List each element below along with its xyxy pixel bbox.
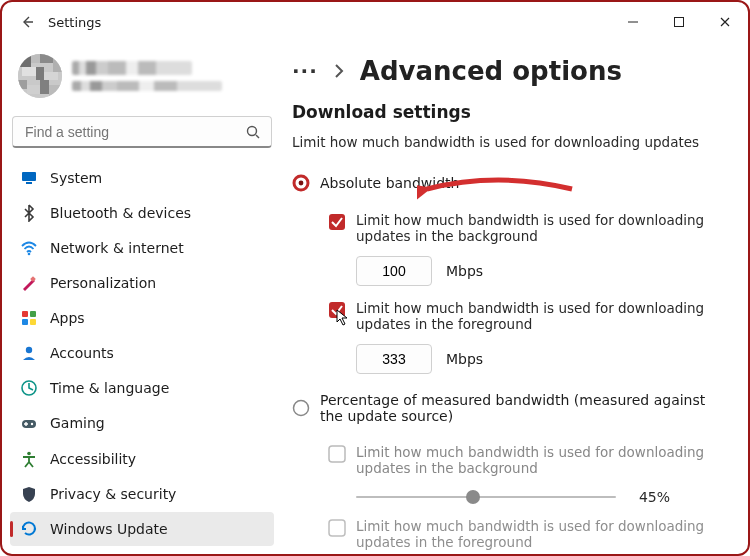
pct-fg-label: Limit how much bandwidth is used for dow… — [356, 518, 720, 550]
pct-check-fg: Limit how much bandwidth is used for dow… — [328, 518, 720, 550]
back-button[interactable] — [12, 7, 42, 37]
close-icon — [719, 16, 731, 28]
bg-value-row: Mbps — [356, 256, 720, 286]
svg-rect-19 — [30, 311, 36, 317]
gamepad-icon — [20, 414, 38, 432]
sidebar-item-label: Accessibility — [50, 451, 136, 467]
checkbox-checked-icon — [328, 301, 346, 319]
sidebar-item-apps[interactable]: Apps — [10, 301, 274, 335]
wifi-icon — [20, 239, 38, 257]
svg-rect-21 — [30, 319, 36, 325]
svg-point-16 — [28, 252, 31, 255]
bg-mbps-input[interactable] — [356, 256, 432, 286]
svg-rect-17 — [30, 276, 36, 282]
accessibility-icon — [20, 450, 38, 468]
sidebar-item-accounts[interactable]: Accounts — [10, 336, 274, 370]
svg-point-25 — [31, 423, 33, 425]
titlebar: Settings — [2, 2, 748, 42]
search-input[interactable] — [23, 123, 237, 141]
checkbox-unchecked-icon — [328, 519, 346, 537]
radio-percentage-bandwidth[interactable]: Percentage of measured bandwidth (measur… — [292, 392, 720, 424]
maximize-button[interactable] — [656, 2, 702, 42]
sidebar-item-system[interactable]: System — [10, 160, 274, 194]
svg-rect-3 — [31, 54, 40, 63]
clock-globe-icon — [20, 379, 38, 397]
search-box[interactable] — [12, 116, 272, 148]
svg-rect-29 — [329, 214, 345, 230]
svg-point-13 — [248, 126, 257, 135]
apps-icon — [20, 309, 38, 327]
settings-window: Settings — [0, 0, 750, 556]
sync-icon — [20, 520, 38, 538]
sidebar-item-network-internet[interactable]: Network & internet — [10, 231, 274, 265]
sidebar-item-time-language[interactable]: Time & language — [10, 371, 274, 405]
svg-rect-15 — [26, 182, 32, 184]
svg-rect-10 — [27, 85, 40, 94]
svg-point-26 — [27, 451, 31, 455]
sidebar-item-label: Network & internet — [50, 240, 184, 256]
svg-rect-6 — [22, 67, 35, 76]
nav-list: SystemBluetooth & devicesNetwork & inter… — [10, 160, 274, 546]
checkbox-unchecked-icon — [328, 445, 346, 463]
chevron-right-icon — [332, 62, 346, 80]
avatar — [18, 54, 62, 98]
radio-percentage-label: Percentage of measured bandwidth (measur… — [320, 392, 720, 424]
svg-rect-4 — [40, 54, 53, 63]
unit-mbps: Mbps — [446, 263, 483, 279]
sidebar-item-label: Gaming — [50, 415, 105, 431]
fg-value-row: Mbps — [356, 344, 720, 374]
sidebar-item-label: Personalization — [50, 275, 156, 291]
annotation-arrow — [417, 167, 577, 207]
svg-rect-12 — [49, 85, 62, 98]
arrow-left-icon — [19, 14, 35, 30]
shield-icon — [20, 485, 38, 503]
svg-rect-11 — [40, 80, 49, 93]
sidebar-item-label: Apps — [50, 310, 85, 326]
svg-rect-0 — [675, 18, 684, 27]
sidebar-item-personalization[interactable]: Personalization — [10, 266, 274, 300]
search-icon — [245, 124, 261, 140]
minimize-button[interactable] — [610, 2, 656, 42]
page-title: Advanced options — [360, 56, 622, 86]
check-bg-label: Limit how much bandwidth is used for dow… — [356, 212, 720, 244]
content-pane: ··· Advanced options Download settings L… — [282, 42, 748, 554]
window-title: Settings — [48, 15, 101, 30]
sidebar-item-privacy-security[interactable]: Privacy & security — [10, 477, 274, 511]
sidebar: SystemBluetooth & devicesNetwork & inter… — [2, 42, 282, 554]
svg-rect-5 — [53, 58, 62, 71]
pct-bg-slider-row: 45% — [356, 488, 720, 506]
breadcrumb-ellipsis[interactable]: ··· — [292, 59, 318, 83]
check-bg-limit[interactable]: Limit how much bandwidth is used for dow… — [328, 212, 720, 244]
pct-bg-value: 45% — [630, 489, 670, 505]
svg-rect-33 — [329, 520, 345, 536]
check-fg-limit[interactable]: Limit how much bandwidth is used for dow… — [328, 300, 720, 332]
section-heading: Download settings — [292, 102, 720, 122]
sidebar-item-accessibility[interactable]: Accessibility — [10, 442, 274, 476]
profile-email-redacted — [72, 81, 222, 91]
percentage-options: Limit how much bandwidth is used for dow… — [292, 438, 720, 554]
checkbox-checked-icon — [328, 213, 346, 231]
absolute-options: Limit how much bandwidth is used for dow… — [292, 206, 720, 378]
pct-bg-slider — [356, 488, 616, 506]
sidebar-item-gaming[interactable]: Gaming — [10, 406, 274, 440]
sidebar-item-bluetooth-devices[interactable]: Bluetooth & devices — [10, 196, 274, 230]
svg-rect-14 — [22, 172, 36, 181]
section-description: Limit how much bandwidth is used for dow… — [292, 134, 720, 150]
fg-mbps-input[interactable] — [356, 344, 432, 374]
sidebar-item-windows-update[interactable]: Windows Update — [10, 512, 274, 546]
pct-check-bg: Limit how much bandwidth is used for dow… — [328, 444, 720, 476]
svg-rect-20 — [22, 319, 28, 325]
check-fg-label: Limit how much bandwidth is used for dow… — [356, 300, 720, 332]
svg-point-31 — [294, 401, 309, 416]
profile-name-redacted — [72, 61, 192, 75]
sidebar-item-label: Time & language — [50, 380, 169, 396]
minimize-icon — [627, 16, 639, 28]
display-icon — [20, 169, 38, 187]
close-button[interactable] — [702, 2, 748, 42]
sidebar-item-label: System — [50, 170, 102, 186]
pct-bg-label: Limit how much bandwidth is used for dow… — [356, 444, 720, 476]
svg-rect-18 — [22, 311, 28, 317]
person-icon — [20, 344, 38, 362]
account-profile[interactable] — [10, 48, 274, 108]
unit-mbps: Mbps — [446, 351, 483, 367]
